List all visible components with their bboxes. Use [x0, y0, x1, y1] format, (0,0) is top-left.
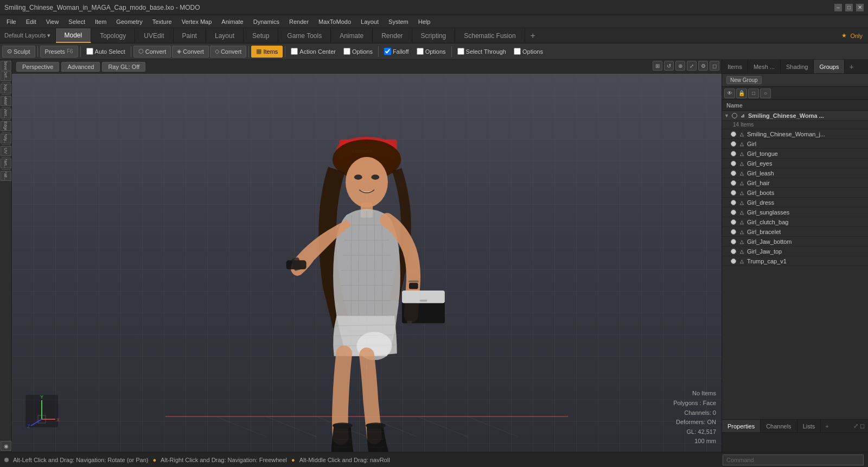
menu-edit[interactable]: Edit: [22, 17, 41, 26]
list-item[interactable]: △ Girl_Jaw_bottom: [722, 237, 868, 247]
list-item[interactable]: △ Girl_boots: [722, 188, 868, 198]
tab-layout[interactable]: Layout: [206, 28, 244, 43]
list-item[interactable]: △ Girl: [722, 139, 868, 149]
viewport-grid-btn[interactable]: ⊞: [653, 61, 662, 71]
scene-lock-icon[interactable]: 🔒: [736, 89, 747, 98]
scene-group-root[interactable]: ▼ ⊿ Smiling_Chinese_Woma ...: [722, 111, 868, 121]
sidebar-mesh[interactable]: Mesh: [1, 96, 11, 106]
actioncenter-checkbox[interactable]: Action Center: [288, 48, 339, 55]
menu-select[interactable]: Select: [64, 17, 90, 26]
tab-scripting[interactable]: Scripting: [412, 28, 456, 43]
menu-geometry[interactable]: Geometry: [112, 17, 146, 26]
minimize-button[interactable]: –: [834, 4, 842, 11]
sidebar-polygon[interactable]: Poly...: [1, 134, 11, 143]
menu-vertexmap[interactable]: Vertex Map: [177, 17, 216, 26]
options2-checkbox[interactable]: Options: [413, 48, 449, 55]
list-item[interactable]: △ Girl_dress: [722, 198, 868, 207]
options3-input[interactable]: [514, 48, 521, 55]
falloff-input[interactable]: [384, 48, 391, 55]
rp-tab-items[interactable]: Items: [722, 60, 748, 73]
menu-help[interactable]: Help: [414, 17, 435, 26]
items-button[interactable]: ▦ Items: [251, 46, 283, 58]
presets-button[interactable]: Presets F6: [40, 46, 78, 58]
sculpt-button[interactable]: ⊙ Sculpt: [2, 46, 35, 58]
list-item[interactable]: △ Girl_clutch_bag: [722, 217, 868, 227]
layouts-dropdown[interactable]: Default Layouts ▾: [0, 28, 56, 43]
menu-animate[interactable]: Animate: [217, 17, 247, 26]
convert1-button[interactable]: ⬡ Convert: [133, 46, 171, 58]
scene-list[interactable]: ▼ ⊿ Smiling_Chinese_Woma ... 14 Items △ …: [722, 111, 868, 419]
list-item[interactable]: △ Girl_Jaw_top: [722, 247, 868, 256]
viewport-options-btn[interactable]: ⚙: [698, 61, 708, 71]
viewport-maximize-btn[interactable]: ◻: [710, 61, 719, 71]
tab-setup[interactable]: Setup: [244, 28, 278, 43]
viewport-perspective-tab[interactable]: Perspective: [16, 62, 59, 72]
brp-tab-channels[interactable]: Channels: [761, 420, 797, 432]
brp-tab-lists[interactable]: Lists: [797, 420, 821, 432]
sidebar-particles[interactable]: Part...: [1, 159, 11, 168]
maximize-button[interactable]: □: [845, 4, 853, 11]
tab-gametools[interactable]: Game Tools: [278, 28, 331, 43]
sidebar-duplicate[interactable]: Dup...: [1, 84, 11, 93]
autoselect-checkbox[interactable]: Auto Select: [83, 48, 129, 55]
viewport-raygl-tab[interactable]: Ray GL: Off: [102, 62, 145, 72]
options1-checkbox[interactable]: Options: [340, 48, 376, 55]
tab-animate[interactable]: Animate: [331, 28, 373, 43]
convert3-button[interactable]: ◇ Convert: [210, 46, 247, 58]
brp-expand[interactable]: ⤢ ◻: [850, 420, 868, 432]
brp-tab-properties[interactable]: Properties: [722, 420, 761, 432]
options2-input[interactable]: [417, 48, 424, 55]
rp-tab-groups[interactable]: Groups: [814, 60, 845, 73]
new-group-button[interactable]: New Group: [726, 76, 762, 84]
tab-model[interactable]: Model: [56, 28, 92, 43]
sidebar-bottom-btn[interactable]: ◉: [1, 441, 11, 451]
options3-checkbox[interactable]: Options: [510, 48, 546, 55]
convert2-button[interactable]: ◈ Convert: [172, 46, 209, 58]
sidebar-deform[interactable]: Def...: [1, 71, 11, 81]
menu-render[interactable]: Render: [285, 17, 313, 26]
menu-dynamics[interactable]: Dynamics: [249, 17, 284, 26]
sidebar-vertex[interactable]: Vert...: [1, 109, 11, 118]
list-item[interactable]: △ Smiling_Chinese_Woman_j...: [722, 129, 868, 139]
list-item[interactable]: △ Girl_sunglasses: [722, 207, 868, 217]
scene-square-icon[interactable]: □: [748, 89, 759, 98]
rp-tab-add[interactable]: +: [845, 60, 858, 73]
list-item[interactable]: △ Girl_hair: [722, 178, 868, 188]
viewport-reset-btn[interactable]: ↺: [664, 61, 674, 71]
sidebar-bevel[interactable]: Bevel: [1, 61, 11, 71]
command-input-area[interactable]: Command: [723, 455, 864, 465]
autoselect-input[interactable]: [86, 48, 93, 55]
tab-render[interactable]: Render: [373, 28, 412, 43]
viewport-fit-btn[interactable]: ⤢: [687, 61, 697, 71]
sidebar-uv[interactable]: UV: [1, 146, 11, 156]
rp-tab-shading[interactable]: Shading: [781, 60, 814, 73]
list-item[interactable]: △ Girl_tongue: [722, 149, 868, 159]
scene-eye-icon[interactable]: 👁: [724, 89, 735, 98]
tab-add-button[interactable]: +: [525, 28, 541, 43]
list-item[interactable]: △ Trump_cap_v1: [722, 256, 868, 266]
selectthrough-input[interactable]: [457, 48, 464, 55]
tab-topology[interactable]: Topology: [91, 28, 135, 43]
menu-maxtomodo[interactable]: MaxToModo: [314, 17, 355, 26]
sidebar-edge[interactable]: Edge: [1, 121, 11, 131]
falloff-checkbox[interactable]: Falloff: [381, 48, 412, 55]
selectthrough-checkbox[interactable]: Select Through: [454, 48, 509, 55]
menu-system[interactable]: System: [384, 17, 413, 26]
menu-texture[interactable]: Texture: [148, 17, 176, 26]
viewport-canvas[interactable]: AMERICA: [12, 74, 722, 452]
tab-paint[interactable]: Paint: [174, 28, 206, 43]
tab-uvedit[interactable]: UVEdit: [135, 28, 173, 43]
list-item[interactable]: △ Girl_leash: [722, 168, 868, 178]
sidebar-falloff[interactable]: Fall...: [1, 171, 11, 181]
viewport-zoom-btn[interactable]: ⊕: [675, 61, 685, 71]
menu-view[interactable]: View: [42, 17, 63, 26]
list-item[interactable]: △ Girl_eyes: [722, 159, 868, 168]
brp-tab-add[interactable]: +: [821, 420, 833, 432]
options1-input[interactable]: [343, 48, 350, 55]
viewport-advanced-tab[interactable]: Advanced: [61, 62, 100, 72]
menu-item[interactable]: Item: [91, 17, 111, 26]
tab-schematicfusion[interactable]: Schematic Fusion: [455, 28, 525, 43]
scene-circle-icon[interactable]: ○: [760, 89, 771, 98]
rp-tab-mesh[interactable]: Mesh ...: [748, 60, 781, 73]
actioncenter-input[interactable]: [291, 48, 298, 55]
